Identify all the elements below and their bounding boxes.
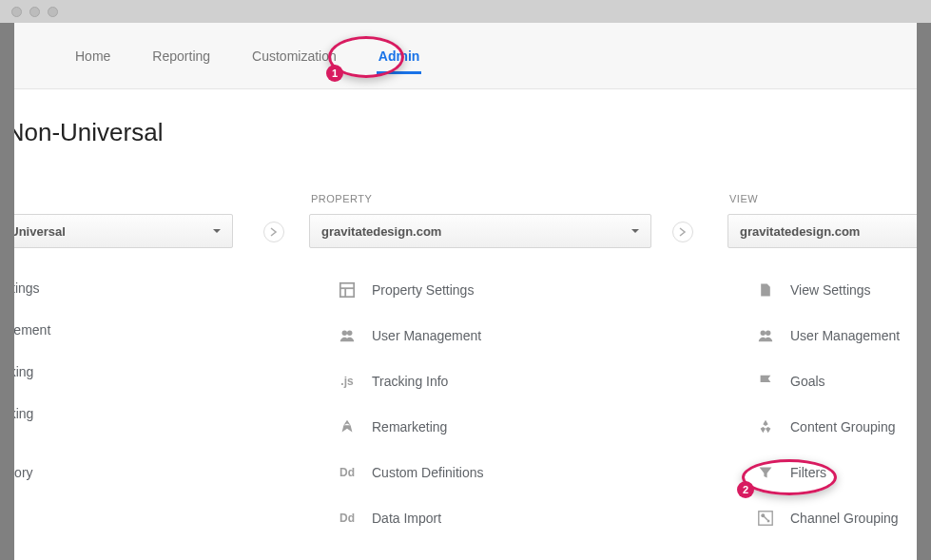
property-label: PROPERTY <box>309 193 651 204</box>
caret-down-icon <box>213 229 221 233</box>
menu-item-label: Content Grouping <box>790 419 896 434</box>
menu-item-label: User Management <box>790 328 900 343</box>
layout-icon <box>338 280 357 299</box>
menu-item-label: User Management <box>372 328 481 343</box>
view-label: VIEW <box>727 193 917 204</box>
account-item-linking-1[interactable]: Linking <box>14 362 233 381</box>
property-item-custom-definitions[interactable]: Dd Custom Definitions <box>309 461 651 484</box>
menu-item-label: View Settings <box>790 282 871 298</box>
channel-icon <box>756 509 775 528</box>
annotation-badge-2: 2 <box>737 481 754 498</box>
view-item-user-management[interactable]: User Management <box>727 324 917 347</box>
window-max-dot[interactable] <box>48 7 58 17</box>
menu-item-label: Remarketing <box>372 419 447 434</box>
svg-point-3 <box>342 331 347 336</box>
grouping-icon <box>756 417 775 436</box>
property-item-remarketing[interactable]: Remarketing <box>309 415 651 438</box>
property-selector[interactable]: gravitatedesign.com <box>309 214 651 248</box>
account-selector-text: n-Universal <box>14 224 66 239</box>
arrow-right-icon <box>269 227 279 237</box>
view-item-content-grouping[interactable]: Content Grouping <box>727 415 917 438</box>
dd-icon: Dd <box>338 509 357 528</box>
nav-admin[interactable]: Admin <box>377 41 422 74</box>
users-icon <box>756 326 775 345</box>
menu-item-label: Tracking Info <box>372 374 448 389</box>
property-item-tracking-info[interactable]: .js Tracking Info <box>309 370 651 393</box>
view-selector[interactable]: gravitatedesign.com <box>727 214 917 248</box>
window-min-dot[interactable] <box>29 7 40 17</box>
account-item-management[interactable]: nagement <box>14 320 233 339</box>
column-account: A n-Universal Settings nagement Linking … <box>14 193 233 530</box>
arrow-property-to-view <box>672 222 693 242</box>
menu-item-label: Goals <box>790 374 825 389</box>
account-item-history[interactable]: History <box>14 463 233 482</box>
svg-point-5 <box>761 331 766 336</box>
nav-home[interactable]: Home <box>73 41 112 71</box>
nav-customization[interactable]: Customization <box>250 41 339 71</box>
svg-point-4 <box>347 331 352 336</box>
nav-reporting[interactable]: Reporting <box>150 41 212 71</box>
property-item-data-import[interactable]: Dd Data Import <box>309 507 651 530</box>
caret-down-icon <box>631 229 639 233</box>
column-property: PROPERTY gravitatedesign.com Property Se… <box>309 193 651 530</box>
app-frame: Home Reporting Customization Admin 1 e N… <box>14 23 917 560</box>
menu-item-label: Property Settings <box>372 282 474 298</box>
page-icon <box>756 280 775 299</box>
annotation-badge-1: 1 <box>326 65 343 82</box>
view-menu: View Settings User Management Goals <box>727 279 917 530</box>
arrow-right-icon <box>678 227 688 237</box>
menu-item-label: Data Import <box>372 511 441 526</box>
property-menu: Property Settings User Management .js Tr… <box>309 279 651 530</box>
dd-icon: Dd <box>338 463 357 482</box>
page-title: e Non-Universal <box>14 89 917 147</box>
funnel-icon <box>756 463 775 482</box>
window-close-dot[interactable] <box>11 7 22 17</box>
menu-item-label: Channel Grouping <box>790 511 899 526</box>
view-item-settings[interactable]: View Settings <box>727 279 917 301</box>
view-selector-text: gravitatedesign.com <box>740 224 860 239</box>
svg-rect-0 <box>340 283 354 297</box>
property-selector-text: gravitatedesign.com <box>321 224 441 239</box>
account-item-settings[interactable]: Settings <box>14 279 233 298</box>
view-item-filters[interactable]: Filters <box>727 461 917 484</box>
menu-item-label: Custom Definitions <box>372 465 484 480</box>
window-titlebar <box>0 0 931 23</box>
account-item-label: Linking <box>14 364 33 379</box>
arrow-account-to-property <box>263 222 284 242</box>
menu-item-label: Filters <box>790 465 826 480</box>
account-menu: Settings nagement Linking Linking Histor… <box>14 279 233 482</box>
account-item-label: nagement <box>14 322 50 338</box>
account-selector[interactable]: n-Universal <box>14 214 233 248</box>
users-icon <box>338 326 357 345</box>
property-item-settings[interactable]: Property Settings <box>309 279 651 301</box>
remarketing-icon <box>338 417 357 436</box>
account-item-linking-2[interactable]: Linking <box>14 404 233 423</box>
js-icon: .js <box>338 372 357 391</box>
account-item-label: Settings <box>14 280 40 296</box>
svg-point-6 <box>766 331 770 336</box>
top-nav: Home Reporting Customization Admin 1 <box>14 23 917 89</box>
column-view: VIEW gravitatedesign.com View Settings U… <box>727 193 917 530</box>
admin-columns: A n-Universal Settings nagement Linking … <box>14 193 917 530</box>
flag-icon <box>756 372 775 391</box>
view-item-goals[interactable]: Goals <box>727 370 917 393</box>
view-item-channel-grouping[interactable]: Channel Grouping <box>727 507 917 530</box>
account-item-label: Linking <box>14 406 33 421</box>
property-item-user-management[interactable]: User Management <box>309 324 651 347</box>
account-item-label: History <box>14 465 33 480</box>
